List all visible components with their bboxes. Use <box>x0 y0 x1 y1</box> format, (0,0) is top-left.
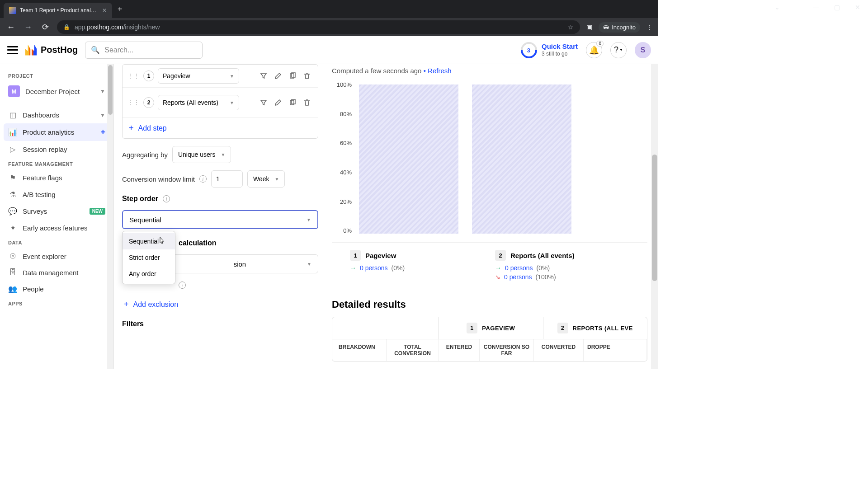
logo[interactable]: PostHog <box>25 45 78 56</box>
chevron-down-icon: ▼ <box>230 100 234 105</box>
edit-icon[interactable] <box>272 70 284 82</box>
avatar[interactable]: S <box>635 42 651 58</box>
menu-toggle-button[interactable] <box>7 46 18 54</box>
quickstart-widget[interactable]: 3 Quick Start 3 still to go <box>521 42 578 58</box>
filter-icon[interactable] <box>257 96 270 109</box>
back-button[interactable]: ← <box>5 23 16 32</box>
main-scroll-thumb[interactable] <box>652 155 657 281</box>
sidebar-item-feature-flags[interactable]: ⚑ Feature flags <box>4 169 110 186</box>
notif-count: 0 <box>596 41 604 47</box>
step-event-select[interactable]: Pageview ▼ <box>158 68 239 84</box>
info-icon[interactable]: i <box>179 282 186 289</box>
analytics-icon: 📊 <box>8 128 17 136</box>
add-exclusion-button[interactable]: + Add exclusion <box>122 296 318 313</box>
incognito-badge[interactable]: 🕶 Incognito <box>599 22 640 33</box>
table-header-groups: 1 PAGEVIEW 2 REPORTS (ALL EVE <box>332 317 647 339</box>
conversion-window-unit-select[interactable]: Week ▼ <box>247 170 285 188</box>
legend-row: ↘ 0 persons (100%) <box>495 273 629 281</box>
extensions-icon[interactable]: ▣ <box>586 23 592 31</box>
copy-icon[interactable] <box>286 70 299 82</box>
plus-icon[interactable]: + <box>100 127 105 137</box>
plus-icon: + <box>129 123 134 133</box>
group-num: 2 <box>557 323 568 333</box>
y-tick: 100% <box>337 81 352 88</box>
sidebar-item-label: Early access features <box>23 224 87 232</box>
reload-button[interactable]: ⟳ <box>40 22 51 32</box>
aggregating-select[interactable]: Unique users ▼ <box>172 146 231 163</box>
search-input[interactable]: 🔍 Search... <box>85 42 203 59</box>
legend-title: Reports (All events) <box>510 252 575 259</box>
delete-icon[interactable] <box>301 70 313 82</box>
persons-link[interactable]: 0 persons <box>505 264 533 272</box>
conversion-window-label: Conversion window limit <box>122 175 195 183</box>
drag-handle-icon[interactable]: ⋮⋮ <box>127 99 140 106</box>
close-tab-icon[interactable]: ✕ <box>102 7 107 14</box>
sidebar-item-label: Product analytics <box>23 128 74 136</box>
info-icon[interactable]: i <box>199 175 207 183</box>
search-icon: 🔍 <box>91 46 100 54</box>
dropdown-option-strict-order[interactable]: Strict order <box>123 249 175 266</box>
arrow-right-icon: → <box>495 264 501 272</box>
funnel-chart: 100% 80% 60% 40% 20% 0% <box>332 80 647 243</box>
chrome-menu-icon[interactable]: ⋮ <box>646 23 653 31</box>
help-button[interactable]: ? ▼ <box>610 42 627 58</box>
filter-icon[interactable] <box>257 70 270 82</box>
refresh-link[interactable]: Refresh <box>428 67 452 75</box>
logo-text: PostHog <box>41 45 78 55</box>
steps-card: ⋮⋮ 1 Pageview ▼ ⋮⋮ 2 <box>122 64 318 139</box>
sidebar-scrollbar[interactable] <box>107 64 113 369</box>
legend-item-2: 2 Reports (All events) → 0 persons (0%) … <box>495 250 629 282</box>
sidebar-scroll-thumb[interactable] <box>108 65 113 115</box>
dropdown-option-sequential[interactable]: Sequential <box>123 233 175 249</box>
persons-link[interactable]: 0 persons <box>504 273 532 281</box>
conversion-window-unit: Week <box>253 175 269 183</box>
sidebar-item-event-explorer[interactable]: ⦾ Event explorer <box>4 248 110 264</box>
sidebar-item-early-access[interactable]: ✦ Early access features <box>4 220 110 236</box>
add-step-button[interactable]: + Add step <box>123 117 318 138</box>
aggregating-row: Aggregating by Unique users ▼ <box>122 146 318 163</box>
address-bar: ← → ⟳ 🔒 app.posthog.com/insights/new ☆ ▣… <box>0 18 658 36</box>
conversion-window-input[interactable] <box>211 170 243 188</box>
chevron-down-icon: ▼ <box>221 152 225 157</box>
table-group-2: 2 REPORTS (ALL EVE <box>543 317 647 339</box>
plus-icon: + <box>124 300 129 309</box>
sidebar-item-session-replay[interactable]: ▷ Session replay <box>4 141 110 158</box>
tab-bar: Team 1 Report • Product analytics ✕ + <box>0 0 658 18</box>
sidebar-item-data-management[interactable]: 🗄 Data management <box>4 264 110 281</box>
chevron-down-icon: ▼ <box>619 48 623 52</box>
sidebar-item-dashboards[interactable]: ◫ Dashboards ▼ <box>4 107 110 123</box>
step-order-select[interactable]: Sequential ▼ <box>122 210 318 229</box>
copy-icon[interactable] <box>286 96 299 109</box>
main-scrollbar[interactable] <box>651 64 658 369</box>
legend-num: 1 <box>350 250 361 261</box>
legend-item-1: 1 Pageview → 0 persons (0%) <box>350 250 484 282</box>
info-icon[interactable]: i <box>163 195 170 202</box>
step-event-select[interactable]: Reports (All events) ▼ <box>158 95 239 110</box>
percent: (0%) <box>391 264 405 272</box>
sidebar-item-ab-testing[interactable]: ⚗ A/B testing <box>4 186 110 203</box>
project-selector[interactable]: M December Project ▼ <box>4 81 110 101</box>
star-icon[interactable]: ☆ <box>568 23 574 31</box>
forward-button[interactable]: → <box>23 23 33 32</box>
legend-num: 2 <box>495 250 506 261</box>
sidebar-item-product-analytics[interactable]: 📊 Product analytics + <box>4 123 110 141</box>
play-icon: ▷ <box>8 145 17 154</box>
project-badge: M <box>8 85 20 97</box>
sidebar-item-surveys[interactable]: 💬 Surveys NEW <box>4 203 110 220</box>
config-panel: ⋮⋮ 1 Pageview ▼ ⋮⋮ 2 <box>114 64 326 369</box>
persons-link[interactable]: 0 persons <box>360 264 387 272</box>
bar-step-2[interactable] <box>472 84 571 234</box>
dropdown-option-any-order[interactable]: Any order <box>123 266 175 282</box>
browser-tab[interactable]: Team 1 Report • Product analytics ✕ <box>4 3 112 18</box>
notifications-button[interactable]: 🔔 0 <box>586 42 602 58</box>
group-label: REPORTS (ALL EVE <box>573 325 633 332</box>
bar-step-1[interactable] <box>359 84 458 234</box>
sidebar-item-people[interactable]: 👥 People <box>4 281 110 297</box>
drag-handle-icon[interactable]: ⋮⋮ <box>127 72 140 80</box>
quickstart-text: Quick Start 3 still to go <box>542 42 578 57</box>
y-tick: 40% <box>340 169 352 176</box>
url-field[interactable]: 🔒 app.posthog.com/insights/new ☆ <box>57 20 580 34</box>
delete-icon[interactable] <box>301 96 313 109</box>
edit-icon[interactable] <box>272 96 284 109</box>
new-tab-button[interactable]: + <box>118 5 123 14</box>
